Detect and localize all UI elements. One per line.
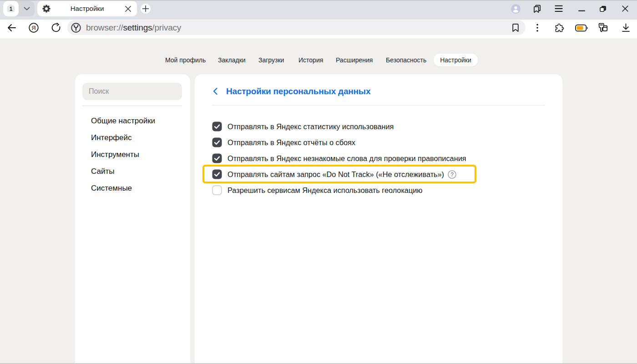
svg-text:Я: Я	[31, 25, 35, 31]
